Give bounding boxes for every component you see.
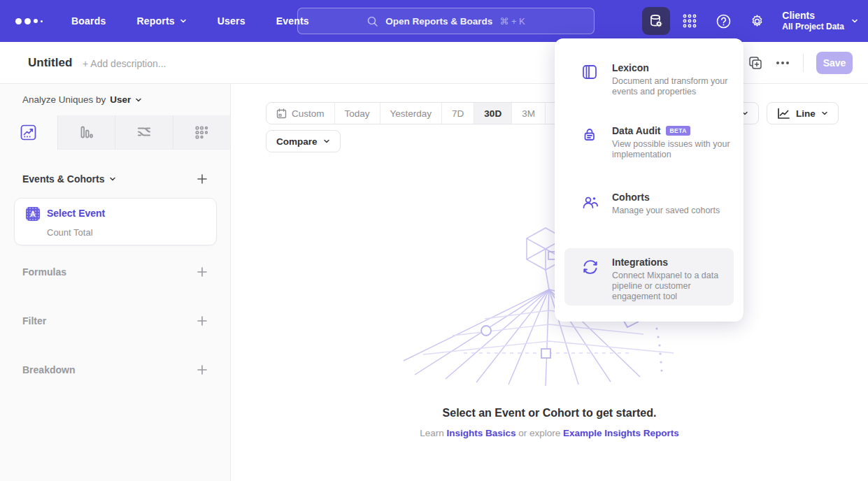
formulas-section: Formulas	[22, 266, 208, 278]
add-filter-button[interactable]	[197, 315, 208, 326]
events-cohorts-toggle[interactable]: Events & Cohorts	[22, 173, 116, 185]
org-name: Clients	[782, 10, 844, 22]
top-nav: Boards Reports Users Events Open Reports…	[0, 0, 868, 42]
nav-item-label: Users	[218, 15, 246, 27]
nav-item-boards[interactable]: Boards	[71, 15, 106, 27]
data-audit-icon	[581, 127, 598, 143]
help-button[interactable]	[709, 7, 737, 35]
nav-item-label: Boards	[71, 15, 106, 27]
integrations-sync-icon	[581, 258, 599, 276]
chevron-down-icon	[109, 175, 116, 182]
chevron-down-icon	[821, 110, 828, 117]
add-event-button[interactable]	[197, 173, 208, 185]
menu-item-lexicon[interactable]: Lexicon Document and transform your even…	[564, 62, 734, 104]
report-description-placeholder[interactable]: + Add description...	[83, 58, 166, 69]
data-management-button[interactable]	[642, 7, 670, 35]
event-letter-badge: A	[26, 207, 40, 221]
divider	[803, 54, 804, 72]
select-event-label: Select Event	[47, 208, 105, 219]
lexicon-book-icon	[581, 64, 598, 80]
add-formula-button[interactable]	[197, 266, 208, 278]
menu-item-description: Connect Mixpanel to a data pipeline or c…	[612, 271, 731, 302]
count-total-label[interactable]: Count Total	[47, 227, 93, 238]
date-range-label: Custom	[292, 108, 325, 119]
question-circle-icon	[716, 13, 732, 29]
chart-type-dropdown[interactable]: Line	[767, 102, 839, 124]
nav-item-users[interactable]: Users	[218, 15, 246, 27]
learn-prefix: Learn	[420, 428, 444, 438]
project-switcher[interactable]: Clients All Project Data	[782, 10, 858, 32]
chart-type-label: Line	[796, 108, 816, 119]
tab-insights-line[interactable]	[0, 115, 58, 150]
date-range-label: 30D	[484, 108, 501, 119]
gear-icon	[749, 13, 765, 29]
events-cohorts-header: Events & Cohorts	[22, 173, 208, 185]
report-title[interactable]: Untitled	[28, 56, 72, 70]
save-button[interactable]: Save	[816, 52, 853, 74]
chart-type-tabs	[0, 115, 230, 150]
empty-state-subtitle: Learn Insights Basics or explore Example…	[231, 428, 868, 438]
bar-chart-tab-icon	[78, 124, 94, 141]
tab-flow[interactable]	[115, 115, 173, 150]
date-range-30d[interactable]: 30D	[474, 103, 512, 124]
date-range-custom[interactable]: Custom	[266, 103, 335, 124]
chevron-down-icon	[851, 17, 858, 24]
add-breakdown-button[interactable]	[197, 364, 208, 375]
breakdown-label: Breakdown	[22, 364, 75, 375]
cohorts-users-icon	[581, 193, 599, 211]
chevron-down-icon	[323, 138, 330, 145]
filter-section: Filter	[22, 315, 208, 326]
beta-badge: BETA	[666, 126, 690, 136]
nav-item-reports[interactable]: Reports	[136, 15, 186, 27]
menu-item-description: Document and transform your events and p…	[612, 76, 731, 97]
search-placeholder: Open Reports & Boards	[385, 16, 492, 27]
query-sidebar: Analyze Uniques by User	[0, 84, 231, 481]
line-chart-icon	[777, 108, 790, 120]
date-range-7d[interactable]: 7D	[442, 103, 474, 124]
duplicate-icon[interactable]	[748, 56, 762, 70]
insights-basics-link[interactable]: Insights Basics	[446, 428, 515, 438]
menu-item-title: Lexicon	[612, 62, 649, 73]
tab-bar-chart[interactable]	[58, 115, 116, 150]
mixpanel-logo[interactable]	[15, 18, 46, 24]
date-range-label: 3M	[522, 108, 535, 119]
or-explore-text: or explore	[518, 428, 560, 438]
calendar-icon	[276, 108, 287, 119]
analyze-prefix-label: Analyze Uniques by	[22, 94, 106, 105]
compare-dropdown[interactable]: Compare	[266, 130, 341, 152]
breakdown-section: Breakdown	[22, 364, 208, 375]
line-chart-tab-icon	[20, 124, 36, 141]
chevron-down-icon[interactable]	[135, 96, 142, 103]
report-canvas: Custom Today Yesterday 7D 30D 3M 6M Line…	[231, 84, 868, 481]
apps-button[interactable]	[676, 7, 704, 35]
select-event-card[interactable]: A Select Event Count Total	[14, 198, 217, 245]
search-icon	[367, 15, 378, 27]
data-management-menu: Lexicon Document and transform your even…	[555, 38, 744, 322]
menu-item-data-audit[interactable]: Data Audit BETA View possible issues wit…	[564, 125, 734, 167]
date-range-today[interactable]: Today	[335, 103, 380, 124]
global-search-input[interactable]: Open Reports & Boards ⌘ + K	[297, 8, 595, 34]
nav-item-label: Reports	[136, 15, 174, 27]
date-range-3m[interactable]: 3M	[512, 103, 546, 124]
metrics-tab-icon	[194, 124, 210, 141]
date-range-label: Today	[345, 108, 370, 119]
example-reports-link[interactable]: Example Insights Reports	[563, 428, 679, 438]
analyze-value-dropdown[interactable]: User	[110, 94, 131, 105]
chevron-down-icon	[180, 17, 187, 24]
empty-state-title: Select an Event or Cohort to get started…	[231, 407, 868, 419]
menu-item-cohorts[interactable]: Cohorts Manage your saved cohorts	[564, 192, 734, 224]
settings-button[interactable]	[743, 7, 771, 35]
tab-metrics[interactable]	[173, 115, 231, 150]
search-shortcut: ⌘ + K	[499, 16, 525, 27]
menu-item-integrations[interactable]: Integrations Connect Mixpanel to a data …	[564, 248, 734, 306]
menu-item-description: Manage your saved cohorts	[612, 206, 745, 216]
flow-tab-icon	[136, 124, 152, 141]
date-range-label: Yesterday	[390, 108, 432, 119]
date-range-yesterday[interactable]: Yesterday	[380, 103, 443, 124]
compare-label: Compare	[276, 136, 318, 147]
apps-grid-icon	[682, 13, 697, 29]
formulas-label: Formulas	[22, 266, 66, 278]
more-options-button[interactable]	[775, 57, 790, 69]
filter-label: Filter	[22, 315, 46, 326]
date-range-label: 7D	[452, 108, 464, 119]
